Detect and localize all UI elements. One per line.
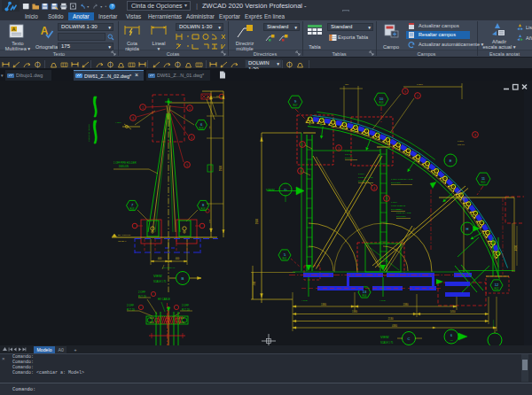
svg-text:R05: R05 [481, 181, 486, 184]
svg-text:PLT 16: PLT 16 [458, 143, 465, 146]
svg-text:40: 40 [208, 126, 211, 128]
svg-text:DW6LDN: DW6LDN [396, 215, 406, 218]
svg-text:2: 2 [189, 107, 191, 111]
svg-text:2 OFF: 2 OFF [396, 208, 403, 211]
svg-text:R01: R01 [283, 257, 287, 260]
svg-text:3: 3 [338, 147, 340, 151]
svg-text:4000: 4000 [514, 244, 518, 251]
svg-text:R06: R06 [363, 294, 367, 298]
svg-text:PIPE SLA CLE: PIPE SLA CLE [358, 176, 373, 179]
svg-text:H: H [466, 227, 469, 231]
svg-text:R07: R07 [293, 104, 298, 107]
svg-text:D: D [284, 188, 286, 192]
svg-text:1 OFF PIPE DLA CLE: 1 OFF PIPE DLA CLE [391, 178, 413, 181]
svg-text:5: 5 [284, 252, 286, 257]
svg-text:VIEW: VIEW [266, 189, 275, 192]
svg-text:6: 6 [300, 170, 301, 174]
svg-text:R08: R08 [130, 207, 135, 211]
svg-text:400: 400 [176, 257, 180, 260]
svg-text:DW6LD: DW6LD [345, 157, 353, 159]
svg-text:6: 6 [450, 334, 452, 337]
svg-text:12: 12 [495, 283, 499, 287]
svg-text:2930: 2930 [219, 165, 223, 171]
svg-text:4 OFF: 4 OFF [115, 121, 121, 124]
svg-text:1 OFF: 1 OFF [345, 150, 352, 152]
svg-text:1: 1 [142, 106, 144, 110]
svg-text:4: 4 [191, 136, 192, 140]
svg-text:ELECTING NORTH: ELECTING NORTH [88, 124, 90, 142]
svg-text:2 OFF: 2 OFF [138, 290, 145, 294]
svg-text:DW6LDN: DW6LDN [119, 165, 129, 168]
svg-text:400: 400 [253, 281, 256, 285]
svg-text:6: 6 [200, 122, 203, 127]
svg-text:8: 8 [474, 134, 476, 137]
svg-text:1 OFF: 1 OFF [417, 83, 424, 86]
svg-text:2130: 2130 [388, 317, 394, 321]
svg-text:10: 10 [379, 97, 384, 101]
svg-text:3: 3 [132, 117, 134, 120]
svg-text:1 OFF PIPE HOLDER: 1 OFF PIPE HOLDER [113, 161, 137, 165]
svg-text:11: 11 [481, 176, 486, 181]
svg-text:LEVEL 1: LEVEL 1 [118, 240, 127, 243]
svg-text:2 OFF: 2 OFF [127, 304, 134, 307]
svg-text:2 OFF: 2 OFF [182, 304, 189, 307]
svg-text:DW6LDN: DW6LDN [391, 182, 401, 184]
svg-text:1450: 1450 [450, 310, 456, 314]
svg-text:R08: R08 [379, 101, 384, 105]
svg-text:▾: ▾ [100, 4, 102, 9]
svg-text:▾: ▾ [87, 4, 89, 9]
svg-text:2 OFF: 2 OFF [358, 173, 365, 175]
svg-text:5: 5 [186, 164, 188, 167]
svg-text:E: E [450, 159, 452, 163]
svg-text:1 OFF: 1 OFF [458, 140, 465, 143]
svg-text:PIPE SLEEVE: PIPE SLEEVE [391, 205, 405, 207]
svg-text:?: ? [111, 4, 113, 9]
svg-text:400: 400 [450, 339, 453, 341]
svg-text:7: 7 [131, 203, 134, 207]
svg-text:DW6LDN: DW6LDN [358, 180, 368, 182]
svg-text:C: C [408, 337, 411, 341]
svg-text:B: B [182, 276, 184, 281]
svg-text:4 PFE: 4 PFE [301, 299, 308, 302]
svg-text:2930: 2930 [255, 218, 259, 224]
svg-text:1380: 1380 [352, 310, 357, 314]
svg-text:8: 8 [202, 203, 205, 207]
svg-text:•: • [106, 4, 107, 9]
svg-text:VIEW: VIEW [380, 336, 389, 339]
svg-text:VIEW: VIEW [153, 275, 162, 278]
svg-text:HV CABLE: HV CABLE [158, 298, 170, 301]
svg-text:180: 180 [208, 219, 211, 223]
svg-text:GUARDRAIL: GUARDRAIL [162, 267, 176, 269]
svg-text:4380: 4380 [392, 324, 397, 328]
svg-text:SCALE 1:75: SCALE 1:75 [153, 280, 167, 283]
svg-text:PIPE SLA CLE: PIPE SLA CLE [396, 212, 411, 214]
svg-text:1380: 1380 [321, 303, 326, 306]
svg-text:1 OFF: 1 OFF [391, 201, 398, 204]
svg-text:400: 400 [158, 257, 162, 260]
svg-text:SCALE 1:75: SCALE 1:75 [380, 341, 394, 345]
svg-text:1380: 1380 [403, 303, 409, 306]
svg-text:EL +133.600: EL +133.600 [118, 234, 131, 236]
svg-text:4 PFE: 4 PFE [379, 299, 386, 302]
svg-text:7: 7 [386, 198, 387, 201]
svg-text:PLT 20: PLT 20 [345, 153, 352, 156]
svg-text:A: A [12, 27, 16, 32]
svg-text:R08: R08 [200, 127, 204, 130]
svg-text:2: 2 [417, 95, 419, 98]
svg-text:R02: R02 [495, 287, 499, 290]
svg-text:650: 650 [345, 83, 349, 86]
svg-text:SOUTH: SOUTH [492, 320, 494, 327]
svg-text:4: 4 [373, 187, 375, 190]
svg-text:9: 9 [404, 90, 406, 94]
svg-text:2: 2 [301, 143, 303, 147]
svg-text:9: 9 [294, 99, 297, 104]
svg-text:R08: R08 [201, 207, 206, 211]
